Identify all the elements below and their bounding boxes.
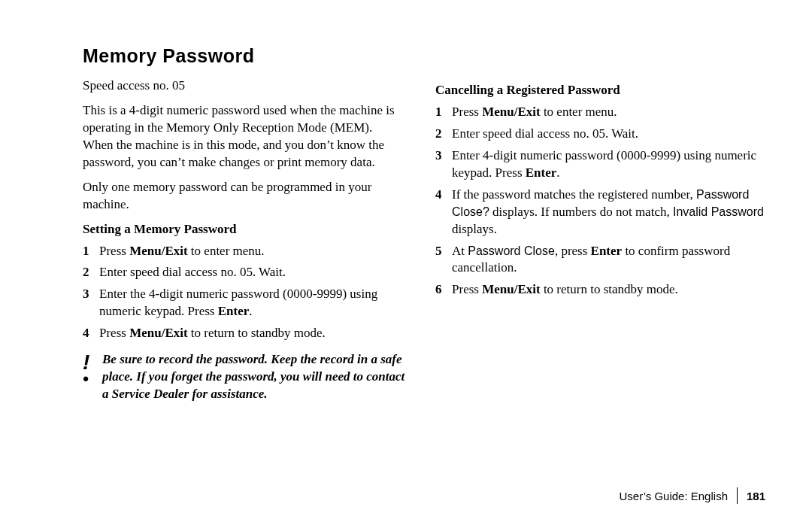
step-text: Press Menu/Exit to return to standby mod… xyxy=(452,281,765,299)
document-page: Memory Password Speed access no. 05 This… xyxy=(0,0,812,525)
step-text: Press Menu/Exit to return to standby mod… xyxy=(99,325,405,342)
setting-steps: Press Menu/Exit to enter menu. Enter spe… xyxy=(83,243,405,343)
cancel-step-3: Enter 4-digit numeric password (0000-999… xyxy=(435,147,765,182)
setting-step-1: Press Menu/Exit to enter menu. xyxy=(83,243,405,260)
cancel-step-2: Enter speed dial access no. 05. Wait. xyxy=(435,126,765,143)
right-column: Cancelling a Registered Password Press M… xyxy=(435,77,765,403)
cancel-step-6: Press Menu/Exit to return to standby mod… xyxy=(435,281,765,299)
intro-paragraph-1: This is a 4-digit numeric password used … xyxy=(83,102,405,171)
cancel-steps: Press Menu/Exit to enter menu. Enter spe… xyxy=(435,104,765,299)
columns: Speed access no. 05 This is a 4-digit nu… xyxy=(83,77,765,403)
left-column: Speed access no. 05 This is a 4-digit nu… xyxy=(83,77,405,403)
cancel-heading: Cancelling a Registered Password xyxy=(435,82,765,99)
setting-step-3: Enter the 4-digit numeric password (0000… xyxy=(83,286,405,320)
setting-heading: Setting a Memory Password xyxy=(83,221,405,238)
step-text: At Password Close, press Enter to confir… xyxy=(452,243,765,278)
step-text: Enter the 4-digit numeric password (0000… xyxy=(99,286,405,320)
warning-note: !• Be sure to record the password. Keep … xyxy=(83,351,405,403)
cancel-step-1: Press Menu/Exit to enter menu. xyxy=(435,104,765,121)
footer-label: User’s Guide: English xyxy=(619,490,737,502)
step-text: Press Menu/Exit to enter menu. xyxy=(452,104,765,121)
setting-step-2: Enter speed dial access no. 05. Wait. xyxy=(83,264,405,281)
step-text: Enter speed dial access no. 05. Wait. xyxy=(452,126,765,143)
cancel-step-5: At Password Close, press Enter to confir… xyxy=(435,243,765,278)
page-title: Memory Password xyxy=(83,45,765,67)
cancel-step-4: If the password matches the registered n… xyxy=(435,187,765,238)
setting-step-4: Press Menu/Exit to return to standby mod… xyxy=(83,325,405,342)
step-text: Enter 4-digit numeric password (0000-999… xyxy=(452,147,765,182)
page-footer: User’s Guide: English 181 xyxy=(619,487,765,504)
step-text: Enter speed dial access no. 05. Wait. xyxy=(99,264,405,281)
footer-page-number: 181 xyxy=(738,490,765,502)
exclamation-icon: !• xyxy=(83,354,102,406)
step-text: If the password matches the registered n… xyxy=(452,187,765,238)
step-text: Press Menu/Exit to enter menu. xyxy=(99,243,405,260)
warning-text: Be sure to record the password. Keep the… xyxy=(102,351,405,403)
intro-paragraph-2: Only one memory password can be programm… xyxy=(83,179,405,214)
speed-access-line: Speed access no. 05 xyxy=(83,77,405,95)
